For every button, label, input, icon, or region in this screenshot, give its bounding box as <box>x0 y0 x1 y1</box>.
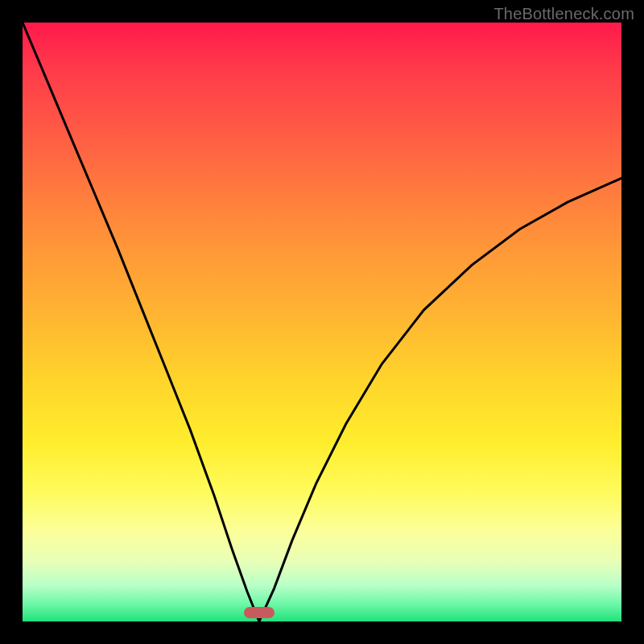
plot-area <box>23 23 621 621</box>
optimum-marker <box>244 607 275 618</box>
curve-right-branch <box>259 178 621 621</box>
curve-left-branch <box>23 23 259 621</box>
watermark-text: TheBottleneck.com <box>493 5 634 23</box>
chart-frame: TheBottleneck.com <box>0 0 644 644</box>
bottleneck-curve <box>23 23 621 621</box>
